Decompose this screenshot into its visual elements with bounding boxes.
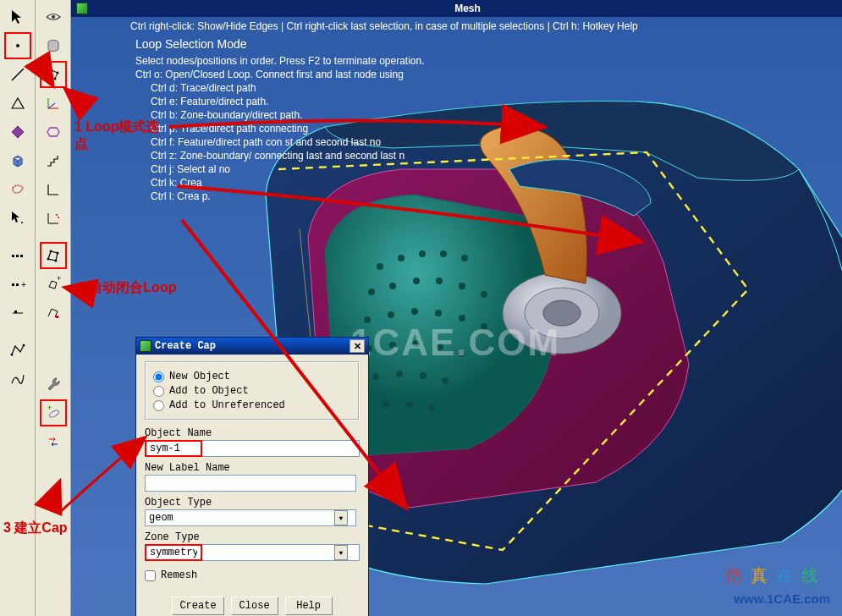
label-object-name: Object Name bbox=[145, 427, 360, 439]
svg-point-40 bbox=[389, 283, 396, 289]
tool-nodes-row[interactable] bbox=[4, 242, 31, 269]
svg-point-58 bbox=[420, 372, 427, 379]
svg-rect-31 bbox=[56, 316, 58, 318]
dialog-title: Create Cap bbox=[155, 340, 216, 352]
svg-point-41 bbox=[413, 278, 420, 284]
dropdown-arrow-icon[interactable]: ▼ bbox=[334, 510, 348, 525]
tool-poly-spline[interactable] bbox=[4, 366, 31, 393]
svg-marker-29 bbox=[49, 281, 57, 289]
tool-hex[interactable] bbox=[40, 118, 67, 146]
svg-rect-3 bbox=[12, 255, 14, 257]
label-new-label: New Label Name bbox=[145, 462, 360, 474]
tool-cylinder[interactable] bbox=[40, 32, 67, 59]
svg-point-2 bbox=[21, 222, 23, 223]
radio-new-object[interactable] bbox=[153, 371, 164, 382]
svg-point-28 bbox=[54, 260, 57, 262]
window-title: Mesh bbox=[93, 3, 842, 14]
hint-keybindings: Ctrl right-click: Show/Hide Edges | Ctrl… bbox=[130, 20, 835, 32]
svg-point-59 bbox=[442, 377, 449, 384]
svg-rect-4 bbox=[16, 255, 19, 257]
svg-point-18 bbox=[53, 78, 56, 80]
svg-point-34 bbox=[377, 263, 383, 270]
tool-eye[interactable] bbox=[40, 3, 67, 30]
tool-loop-points[interactable] bbox=[40, 61, 67, 88]
tool-loop-end[interactable] bbox=[40, 300, 67, 327]
brand-chinese: 仿真在线 bbox=[725, 564, 827, 587]
tool-lasso[interactable] bbox=[4, 176, 31, 203]
dialog-icon bbox=[140, 340, 151, 352]
tool-corner[interactable] bbox=[40, 176, 67, 203]
tool-swap[interactable] bbox=[40, 428, 67, 455]
svg-marker-24 bbox=[48, 251, 58, 261]
svg-line-1 bbox=[12, 69, 24, 80]
radio-add-object[interactable] bbox=[153, 386, 164, 397]
annotation-2: 2 自动闭合Loop bbox=[78, 279, 176, 297]
window-titlebar: Mesh bbox=[71, 0, 842, 17]
svg-point-17 bbox=[56, 72, 58, 74]
svg-rect-6 bbox=[12, 283, 14, 286]
svg-point-60 bbox=[382, 401, 389, 408]
svg-point-12 bbox=[22, 344, 25, 347]
svg-rect-5 bbox=[20, 255, 23, 257]
svg-point-49 bbox=[459, 315, 465, 322]
svg-point-15 bbox=[47, 77, 49, 80]
tool-pointer[interactable] bbox=[4, 3, 31, 30]
annotation-3: 3 建立Cap bbox=[3, 520, 68, 537]
tool-line[interactable] bbox=[4, 61, 31, 88]
tool-loop-closed[interactable] bbox=[40, 242, 67, 269]
tool-point[interactable] bbox=[4, 32, 31, 59]
svg-rect-10 bbox=[14, 311, 17, 313]
tool-stairs[interactable] bbox=[40, 147, 67, 174]
tool-wrench[interactable] bbox=[40, 371, 67, 398]
svg-point-13 bbox=[52, 15, 55, 19]
select-object-type[interactable] bbox=[145, 509, 356, 526]
tool-create-cap[interactable]: + bbox=[40, 399, 67, 426]
input-new-label[interactable] bbox=[145, 475, 356, 492]
dialog-titlebar[interactable]: Create Cap ✕ bbox=[136, 338, 368, 355]
svg-point-35 bbox=[398, 255, 404, 261]
watermark: 1CAE.COM bbox=[350, 322, 560, 364]
close-button[interactable]: Close bbox=[231, 597, 278, 615]
select-zone-type[interactable] bbox=[145, 544, 202, 561]
annotation-1: 1 Loop模式选点 bbox=[74, 118, 168, 152]
label-object-type: Object Type bbox=[145, 497, 360, 509]
tool-corner-dots[interactable] bbox=[40, 205, 67, 232]
svg-point-57 bbox=[396, 371, 403, 377]
svg-point-42 bbox=[436, 278, 443, 284]
svg-point-56 bbox=[372, 373, 379, 380]
input-object-name[interactable] bbox=[145, 440, 202, 457]
svg-point-46 bbox=[388, 311, 394, 318]
svg-point-23 bbox=[58, 217, 59, 218]
help-button[interactable]: Help bbox=[285, 597, 333, 615]
svg-point-39 bbox=[368, 289, 375, 295]
svg-line-21 bbox=[48, 103, 55, 108]
svg-point-27 bbox=[56, 252, 58, 255]
svg-point-26 bbox=[49, 250, 52, 253]
svg-point-48 bbox=[435, 310, 442, 316]
tool-loop-plus[interactable]: + bbox=[40, 271, 67, 298]
svg-point-36 bbox=[419, 250, 426, 257]
dialog-create-cap: Create Cap ✕ New Object Add to Object Ad… bbox=[135, 337, 369, 616]
dropdown-arrow-icon[interactable]: ▼ bbox=[334, 545, 348, 560]
dialog-close-button[interactable]: ✕ bbox=[349, 339, 365, 353]
svg-text:+: + bbox=[21, 280, 26, 289]
tool-nodes-toggle[interactable] bbox=[4, 300, 31, 327]
svg-text:+: + bbox=[57, 276, 61, 283]
tool-axes[interactable] bbox=[40, 90, 67, 117]
svg-rect-7 bbox=[16, 283, 19, 286]
tool-diamond[interactable] bbox=[4, 118, 31, 146]
tool-poly-open[interactable] bbox=[4, 337, 31, 364]
brand-url: www.1CAE.com bbox=[734, 591, 830, 606]
tool-triangle[interactable] bbox=[4, 90, 31, 117]
svg-point-16 bbox=[50, 69, 52, 72]
tool-cursor-dots[interactable] bbox=[4, 205, 31, 232]
create-button[interactable]: Create bbox=[172, 597, 223, 615]
svg-point-43 bbox=[459, 283, 465, 289]
svg-point-38 bbox=[461, 255, 468, 261]
radio-add-unref[interactable] bbox=[153, 400, 164, 411]
app-icon bbox=[76, 3, 88, 14]
svg-point-11 bbox=[10, 354, 13, 356]
tool-nodes-plus[interactable]: + bbox=[4, 271, 31, 298]
tool-cube[interactable] bbox=[4, 147, 31, 174]
checkbox-remesh[interactable] bbox=[145, 570, 156, 581]
